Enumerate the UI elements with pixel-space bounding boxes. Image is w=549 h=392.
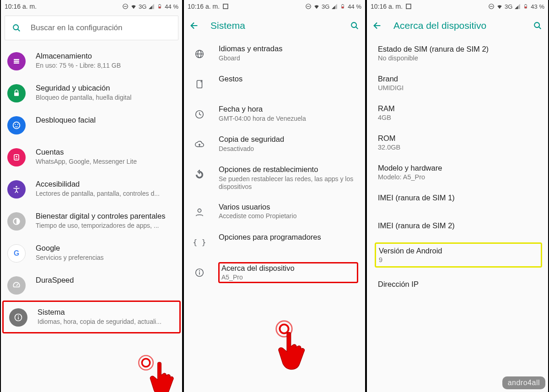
svg-rect-27 xyxy=(307,6,310,6)
wellbeing-icon xyxy=(7,212,26,231)
status-bar: 10:16 a. m. 3G 44 % xyxy=(1,0,182,13)
signal-icon xyxy=(331,3,338,10)
account-icon xyxy=(7,148,26,166)
item-sim-status[interactable]: Estado de SIM (ranura de SIM 2) No dispo… xyxy=(367,38,548,68)
speed-icon xyxy=(7,276,26,295)
item-gestures[interactable]: Gestos xyxy=(184,69,365,99)
item-imei-1[interactable]: IMEI (ranura de SIM 1) xyxy=(367,187,548,215)
svg-point-21 xyxy=(18,316,19,317)
item-developer[interactable]: { } Opciones para programadores xyxy=(184,227,365,257)
svg-rect-1 xyxy=(124,6,127,6)
app-header: Acerca del dispositivo xyxy=(367,13,548,38)
user-icon xyxy=(190,203,209,221)
google-icon: G xyxy=(7,244,26,263)
battery-icon xyxy=(339,3,346,10)
item-ip[interactable]: Dirección IP xyxy=(367,274,548,295)
battery-percent: 43 % xyxy=(531,3,544,10)
item-users[interactable]: Varios usuariosAccediste como Propietari… xyxy=(184,197,365,227)
item-brand[interactable]: Brand UMIDIGI xyxy=(367,68,548,98)
status-bar: 10:16 a. m. 3G 44 % xyxy=(184,0,365,13)
svg-point-37 xyxy=(201,81,201,82)
item-ram[interactable]: RAM 4GB xyxy=(367,98,548,128)
battery-percent: 44 % xyxy=(165,3,178,10)
item-rom[interactable]: ROM 32.0GB xyxy=(367,128,548,157)
svg-point-41 xyxy=(199,271,200,271)
clock-icon xyxy=(190,105,209,124)
svg-line-19 xyxy=(16,284,18,286)
cloud-icon xyxy=(190,135,209,154)
item-backup[interactable]: Copia de seguridadDesactivado xyxy=(184,129,365,159)
svg-point-15 xyxy=(16,156,17,157)
gesture-icon xyxy=(190,75,209,93)
page-title: Sistema xyxy=(210,20,339,31)
battery-icon xyxy=(522,3,529,10)
item-reset[interactable]: Opciones de restablecimientoSe pueden re… xyxy=(184,159,365,197)
search-icon[interactable] xyxy=(350,21,360,31)
network-label: 3G xyxy=(505,3,512,10)
item-imei-2[interactable]: IMEI (ranura de SIM 2) xyxy=(367,215,548,243)
battery-percent: 44 % xyxy=(348,3,361,10)
svg-point-31 xyxy=(351,22,356,27)
phone-screen-1: 10:16 a. m. 3G 44 % Buscar en la configu… xyxy=(0,0,183,392)
network-label: 3G xyxy=(322,3,329,10)
dnd-icon xyxy=(488,3,495,10)
page-title: Acerca del dispositivo xyxy=(393,20,522,31)
svg-rect-29 xyxy=(342,4,344,5)
item-storage[interactable]: AlmacenamientoEn uso: 75 % - Libre: 8,11… xyxy=(1,45,182,77)
svg-text:G: G xyxy=(14,249,19,257)
svg-rect-49 xyxy=(525,4,527,5)
phone-screen-3: 10:16 a. m. 3G 43 % Acerca del dispositi… xyxy=(366,0,549,392)
svg-rect-25 xyxy=(223,4,228,9)
svg-point-11 xyxy=(13,122,20,129)
system-list: Idiomas y entradasGboard Gestos Fecha y … xyxy=(184,38,365,392)
svg-rect-45 xyxy=(406,4,411,9)
status-time: 10:16 a. m. xyxy=(371,3,403,10)
item-languages[interactable]: Idiomas y entradasGboard xyxy=(184,38,365,69)
svg-line-6 xyxy=(18,29,20,32)
svg-line-52 xyxy=(539,27,541,29)
svg-line-32 xyxy=(356,27,358,29)
back-icon[interactable] xyxy=(372,21,382,31)
svg-point-13 xyxy=(17,124,18,125)
signal-icon xyxy=(514,3,521,10)
item-datetime[interactable]: Fecha y horaGMT-04:00 hora de Venezuela xyxy=(184,99,365,129)
a11y-icon xyxy=(7,180,26,199)
wifi-icon xyxy=(130,3,137,10)
item-face-unlock[interactable]: Desbloqueo facial xyxy=(1,109,182,141)
back-icon[interactable] xyxy=(189,21,199,31)
dnd-icon xyxy=(122,3,129,10)
phone-screen-2: 10:16 a. m. 3G 44 % Sistema Idiomas y en… xyxy=(183,0,366,392)
settings-search[interactable]: Buscar en la configuración xyxy=(5,16,178,40)
screenshot-notif-icon xyxy=(405,3,412,10)
dev-icon: { } xyxy=(190,233,209,252)
item-duraspeed[interactable]: DuraSpeed xyxy=(1,269,182,301)
app-header: Sistema xyxy=(184,13,365,38)
item-google[interactable]: G GoogleServicios y preferencias xyxy=(1,237,182,269)
battery-icon xyxy=(156,3,163,10)
svg-rect-9 xyxy=(14,63,19,64)
item-accounts[interactable]: CuentasWhatsApp, Google, Messenger Lite xyxy=(1,141,182,173)
watermark: andro4all xyxy=(502,376,545,389)
info-icon xyxy=(9,308,27,327)
item-android-version[interactable]: Versión de Android 9 xyxy=(375,243,542,267)
svg-rect-4 xyxy=(159,6,161,8)
screenshot-notif-icon xyxy=(222,3,229,10)
item-about-device[interactable]: Acerca del dispositivoA5_Pro xyxy=(184,257,365,288)
status-time: 10:16 a. m. xyxy=(188,3,220,10)
item-accessibility[interactable]: AccesibilidadLectores de pantalla, panta… xyxy=(1,173,182,205)
item-security[interactable]: Seguridad y ubicaciónBloqueo de pantalla… xyxy=(1,77,182,109)
storage-icon xyxy=(7,52,26,70)
svg-rect-30 xyxy=(342,6,344,8)
reset-icon xyxy=(190,166,209,184)
svg-rect-3 xyxy=(159,4,161,5)
item-model[interactable]: Modelo y hardware Modelo: A5_Pro xyxy=(367,157,548,187)
face-icon xyxy=(7,116,26,134)
about-list: Estado de SIM (ranura de SIM 2) No dispo… xyxy=(367,38,548,392)
svg-rect-47 xyxy=(490,6,493,6)
svg-rect-22 xyxy=(18,317,19,319)
signal-icon xyxy=(148,3,155,10)
svg-point-12 xyxy=(15,124,16,125)
item-system[interactable]: SistemaIdiomas, hora, copia de seguridad… xyxy=(3,301,180,333)
search-icon[interactable] xyxy=(533,21,543,31)
item-wellbeing[interactable]: Bienestar digital y controles parentales… xyxy=(1,205,182,237)
